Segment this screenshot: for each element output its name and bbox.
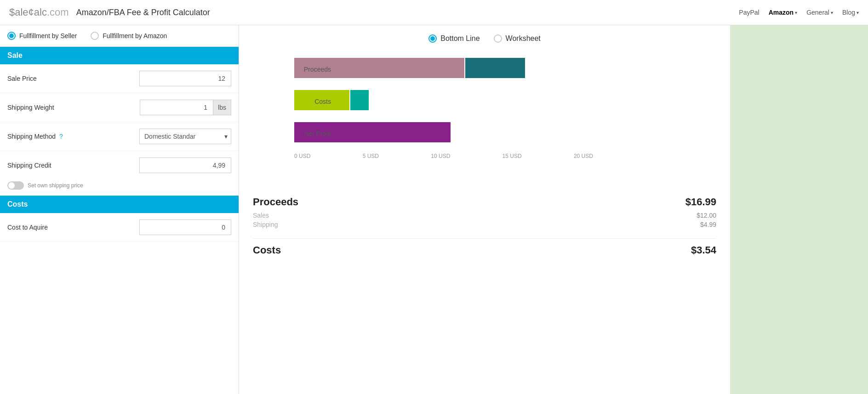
shipping-toggle-label: Set own shipping price <box>28 182 83 189</box>
tab-bottom-line-radio[interactable] <box>428 34 437 43</box>
chart-costs-label: Costs <box>294 90 331 113</box>
nav-general-label: General <box>806 9 829 16</box>
toggle-knob <box>8 182 15 189</box>
nav-general[interactable]: General ▾ <box>806 9 833 16</box>
nav-paypal[interactable]: PayPal <box>739 9 759 16</box>
fulfillment-seller-radio-inner <box>9 34 14 38</box>
left-panel: Fullfillment by Seller Fullfillment by A… <box>0 25 239 394</box>
costs-title-value: $3.54 <box>691 244 716 256</box>
tab-worksheet-label: Worksheet <box>506 34 541 43</box>
summary-sales-value: $12.00 <box>697 212 716 219</box>
fulfillment-seller-option[interactable]: Fullfillment by Seller <box>7 32 77 40</box>
cost-to-acquire-row: Cost to Aquire <box>0 213 239 242</box>
shipping-weight-label: Shipping Weight <box>7 104 54 111</box>
shipping-weight-input-wrapper: lbs <box>140 100 231 115</box>
shipping-credit-row: Shipping Credit <box>0 151 239 180</box>
general-dropdown-arrow: ▾ <box>831 10 833 15</box>
shipping-price-toggle[interactable] <box>7 181 24 190</box>
shipping-credit-input-wrapper <box>139 158 231 173</box>
axis-10: 10 USD <box>431 153 450 159</box>
right-green-area <box>730 25 868 394</box>
shipping-method-label: Shipping Method ? <box>7 133 63 140</box>
logo-suffix: .com <box>47 6 69 18</box>
summary-sales-row: Sales $12.00 <box>253 211 716 220</box>
nav-amazon-label: Amazon <box>769 9 794 16</box>
axis-20: 20 USD <box>574 153 593 159</box>
bar-costs-2 <box>350 90 369 110</box>
view-tabs: Bottom Line Worksheet <box>253 34 716 43</box>
fulfillment-amazon-radio[interactable] <box>91 32 99 40</box>
summary-costs-section: Costs $3.54 <box>253 244 716 256</box>
nav-amazon[interactable]: Amazon ▾ <box>769 9 797 16</box>
chart-area: Proceeds Costs Net Profit <box>253 56 716 178</box>
site-title: Amazon/FBA Fee & Profit Calculator <box>76 8 210 17</box>
shipping-weight-unit: lbs <box>213 100 231 115</box>
sale-section-header: Sale <box>0 47 239 64</box>
summary-sales-label: Sales <box>253 212 269 219</box>
fulfillment-amazon-label: Fullfillment by Amazon <box>103 32 167 39</box>
tab-bottom-line-radio-inner <box>430 36 435 41</box>
tab-worksheet[interactable]: Worksheet <box>494 34 541 43</box>
costs-title-label: Costs <box>253 244 281 256</box>
fulfillment-seller-label: Fullfillment by Seller <box>19 32 77 39</box>
costs-section-header: Costs <box>0 196 239 213</box>
fulfillment-amazon-option[interactable]: Fullfillment by Amazon <box>91 32 167 40</box>
proceeds-title-label: Proceeds <box>253 196 298 208</box>
fulfillment-seller-radio[interactable] <box>7 32 16 40</box>
shipping-method-row: Shipping Method ? Domestic Standar Domes… <box>0 122 239 151</box>
chart-axis: 0 USD 5 USD 10 USD 15 USD 20 USD <box>294 153 593 159</box>
shipping-weight-row: Shipping Weight lbs <box>0 93 239 122</box>
sale-price-row: Sale Price <box>0 64 239 93</box>
header-nav: PayPal Amazon ▾ General ▾ Blog ▾ <box>739 9 859 16</box>
shipping-credit-section: Shipping Credit Set own shipping price <box>0 151 239 196</box>
chart-net-profit-label: Net Profit <box>294 122 331 145</box>
bar-proceeds-extra <box>465 58 525 78</box>
amazon-dropdown-arrow: ▾ <box>795 10 797 15</box>
cost-to-acquire-label: Cost to Aquire <box>7 224 48 231</box>
shipping-weight-input[interactable] <box>140 100 213 115</box>
blog-dropdown-arrow: ▾ <box>857 10 859 15</box>
sale-price-input[interactable] <box>139 71 231 86</box>
proceeds-title-value: $16.99 <box>685 196 716 208</box>
sale-price-label: Sale Price <box>7 75 37 82</box>
axis-0: 0 USD <box>294 153 310 159</box>
axis-5: 5 USD <box>363 153 379 159</box>
shipping-method-help[interactable]: ? <box>59 133 63 140</box>
right-panel: Bottom Line Worksheet Proceeds <box>239 25 730 394</box>
chart-proceeds-label: Proceeds <box>294 58 331 81</box>
chart-container: Proceeds Costs Net Profit <box>253 52 716 182</box>
axis-15: 15 USD <box>503 153 522 159</box>
cost-to-acquire-input[interactable] <box>139 220 231 235</box>
summary-proceeds-section: Proceeds $16.99 Sales $12.00 Shipping $4… <box>253 196 716 229</box>
shipping-toggle-row: Set own shipping price <box>0 180 239 195</box>
cost-to-acquire-input-wrapper <box>139 220 231 235</box>
tab-worksheet-radio[interactable] <box>494 34 502 43</box>
summary-divider <box>253 238 716 239</box>
header: $ale¢alc.com Amazon/FBA Fee & Profit Cal… <box>0 0 868 25</box>
summary-shipping-label: Shipping <box>253 221 278 228</box>
tab-bottom-line-label: Bottom Line <box>440 34 480 43</box>
logo[interactable]: $ale¢alc.com <box>9 6 69 18</box>
shipping-method-select[interactable]: Domestic Standar Domestic Expedited Inte… <box>139 129 231 144</box>
sale-price-input-wrapper <box>139 71 231 86</box>
shipping-method-select-wrapper: Domestic Standar Domestic Expedited Inte… <box>139 129 231 144</box>
chart-proceeds-row: Proceeds <box>294 56 716 79</box>
chart-net-profit-row: Net Profit <box>294 121 716 144</box>
chart-costs-row: Costs <box>294 89 716 112</box>
nav-blog[interactable]: Blog ▾ <box>842 9 859 16</box>
summary-shipping-value: $4.99 <box>700 221 716 228</box>
fulfillment-row: Fullfillment by Seller Fullfillment by A… <box>0 25 239 47</box>
logo-text: $ale¢alc <box>9 6 47 18</box>
shipping-credit-label: Shipping Credit <box>7 162 51 169</box>
main-container: Fullfillment by Seller Fullfillment by A… <box>0 25 868 394</box>
shipping-credit-input[interactable] <box>139 158 231 173</box>
summary-costs-title: Costs $3.54 <box>253 244 716 256</box>
tab-bottom-line[interactable]: Bottom Line <box>428 34 480 43</box>
summary-shipping-row: Shipping $4.99 <box>253 220 716 229</box>
nav-blog-label: Blog <box>842 9 855 16</box>
summary-proceeds-title: Proceeds $16.99 <box>253 196 716 208</box>
header-left: $ale¢alc.com Amazon/FBA Fee & Profit Cal… <box>9 6 210 18</box>
